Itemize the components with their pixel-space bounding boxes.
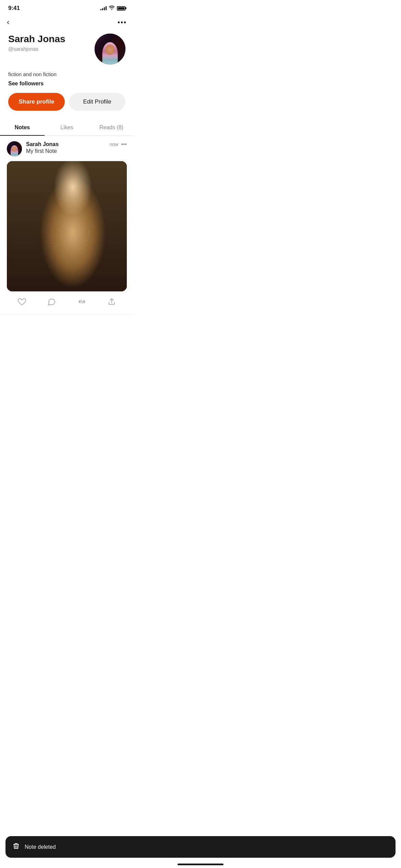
note-actions	[0, 291, 134, 315]
note-author-info: Sarah Jonas My first Note	[26, 141, 59, 154]
note-more-button[interactable]: •••	[121, 141, 127, 147]
profile-section: Sarah Jonas @sarahjonas fiction and non …	[0, 31, 134, 118]
profile-info: Sarah Jonas @sarahjonas	[8, 34, 95, 52]
back-button[interactable]: ‹	[7, 18, 9, 27]
repost-icon[interactable]	[77, 298, 86, 308]
tab-reads[interactable]: Reads (8)	[89, 119, 134, 135]
note-post: Sarah Jonas My first Note now •••	[0, 136, 134, 291]
profile-name: Sarah Jonas	[8, 34, 95, 45]
note-avatar	[7, 141, 22, 156]
note-header: Sarah Jonas My first Note now •••	[7, 141, 127, 156]
profile-username: @sarahjonas	[8, 46, 95, 52]
profile-bio: fiction and non fiction	[8, 71, 125, 77]
status-icons	[100, 5, 125, 11]
note-author: Sarah Jonas My first Note	[7, 141, 59, 156]
note-content: My first Note	[26, 148, 59, 154]
share-profile-button[interactable]: Share profile	[8, 93, 65, 111]
status-time: 9:41	[8, 5, 20, 12]
signal-icon	[100, 6, 107, 10]
status-bar: 9:41	[0, 0, 134, 15]
more-button[interactable]: •••	[118, 19, 127, 26]
wifi-icon	[109, 5, 115, 11]
action-buttons: Share profile Edit Profile	[8, 93, 125, 111]
tabs: Notes Likes Reads (8)	[0, 119, 134, 136]
share-icon[interactable]	[107, 298, 116, 308]
tab-notes[interactable]: Notes	[0, 119, 45, 135]
note-time: now	[110, 142, 119, 147]
note-meta: now •••	[110, 141, 127, 147]
battery-icon	[117, 6, 125, 11]
tab-likes[interactable]: Likes	[45, 119, 89, 135]
note-author-name: Sarah Jonas	[26, 141, 59, 147]
nav-bar: ‹ •••	[0, 15, 134, 31]
like-icon[interactable]	[17, 298, 26, 308]
avatar	[95, 34, 125, 64]
see-followers-button[interactable]: See followers	[8, 81, 125, 87]
profile-header: Sarah Jonas @sarahjonas	[8, 34, 125, 64]
edit-profile-button[interactable]: Edit Profile	[69, 93, 125, 111]
comment-icon[interactable]	[47, 298, 56, 308]
note-image	[7, 161, 127, 291]
